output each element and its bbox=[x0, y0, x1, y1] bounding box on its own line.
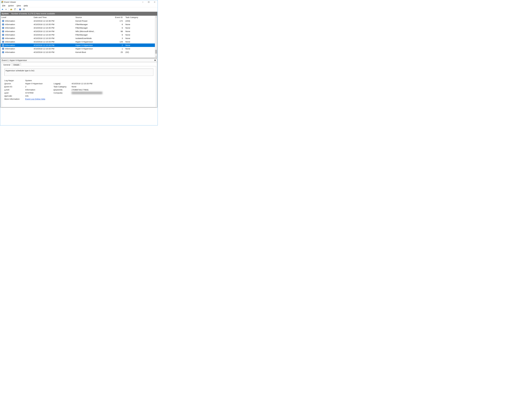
svg-rect-2 bbox=[5, 9, 6, 10]
svg-point-21 bbox=[3, 27, 3, 27]
cell-level: Information bbox=[5, 34, 15, 36]
info-icon bbox=[2, 30, 4, 33]
forward-button[interactable] bbox=[4, 8, 8, 11]
toolbar: ? bbox=[0, 7, 157, 12]
svg-rect-16 bbox=[3, 24, 3, 25]
cell-category: None bbox=[124, 37, 155, 39]
value-keywords: (70368744177664) bbox=[72, 89, 110, 91]
cell-source: FilterManager bbox=[75, 34, 104, 36]
back-button[interactable] bbox=[0, 8, 4, 11]
scroll-track[interactable] bbox=[155, 18, 157, 56]
menu-view-label: iew bbox=[18, 4, 21, 7]
scroll-up-button[interactable] bbox=[155, 16, 157, 18]
table-row[interactable]: Information4/10/2018 12:10:36 PMKernel-P… bbox=[1, 19, 155, 23]
column-header-source[interactable]: Source bbox=[75, 16, 104, 19]
scroll-thumb[interactable] bbox=[155, 50, 157, 54]
cell-date: 4/10/2018 12:10:34 PM bbox=[33, 30, 75, 33]
info-icon bbox=[2, 37, 4, 40]
label-category: Task Category: bbox=[54, 86, 72, 88]
cell-source: Hyper-V-Hypervisor bbox=[75, 47, 104, 50]
cell-category: None bbox=[124, 34, 155, 36]
table-row[interactable]: Information4/10/2018 12:10:35 PMFilterMa… bbox=[1, 26, 155, 30]
event-message: Hypervisor scheduler type is 0x2. bbox=[4, 69, 153, 76]
svg-point-33 bbox=[3, 38, 3, 38]
window-title: Event Viewer bbox=[4, 1, 16, 3]
info-icon bbox=[2, 51, 4, 54]
table-row[interactable]: Information4/10/2018 12:10:33 PMIsolated… bbox=[1, 36, 155, 40]
info-icon bbox=[2, 20, 4, 22]
up-button[interactable] bbox=[9, 8, 13, 11]
info-icon bbox=[2, 27, 4, 29]
cell-level: Information bbox=[5, 27, 15, 29]
cell-date: 4/10/2018 12:10:36 PM bbox=[33, 20, 75, 22]
help-button[interactable]: ? bbox=[18, 8, 22, 11]
value-level: Information bbox=[25, 89, 54, 91]
cell-date: 4/10/2018 12:10:35 PM bbox=[33, 27, 75, 29]
svg-rect-44 bbox=[3, 49, 3, 49]
refresh-view-button[interactable] bbox=[22, 8, 26, 11]
svg-rect-24 bbox=[3, 31, 3, 32]
svg-rect-5 bbox=[14, 9, 16, 9]
svg-rect-48 bbox=[3, 52, 3, 53]
table-row[interactable]: Information4/10/2018 12:10:35 PMFilterMa… bbox=[1, 23, 155, 26]
cell-level: Information bbox=[5, 51, 15, 53]
table-row[interactable]: Information4/10/2018 12:10:34 PMNtfs (Mi… bbox=[1, 30, 155, 33]
value-opcode: Info bbox=[25, 95, 110, 97]
cell-source: Hyper-V-Hypervisor bbox=[75, 41, 104, 43]
table-row[interactable]: Information4/10/2018 12:10:33 PMKernel-B… bbox=[1, 50, 155, 54]
tab-general[interactable]: General bbox=[2, 63, 12, 66]
table-row[interactable]: Information4/10/2018 12:10:33 PMHyper-V-… bbox=[1, 47, 155, 50]
scroll-down-button[interactable] bbox=[155, 56, 157, 58]
svg-point-45 bbox=[3, 48, 3, 48]
events-grid: Level Date and Time Source Event ID Task… bbox=[0, 15, 157, 58]
column-header-eventid[interactable]: Event ID bbox=[104, 16, 124, 19]
column-header-date[interactable]: Date and Time bbox=[33, 16, 75, 19]
table-row[interactable]: Information4/10/2018 12:10:33 PMHyper-V-… bbox=[1, 44, 155, 47]
refresh-view-icon bbox=[23, 8, 25, 11]
minimize-button[interactable] bbox=[140, 0, 146, 4]
cell-category: None bbox=[124, 41, 155, 43]
properties-icon bbox=[14, 8, 16, 11]
cell-date: 4/10/2018 12:10:33 PM bbox=[33, 47, 75, 50]
cell-level: Information bbox=[5, 37, 15, 39]
grid-header: Level Date and Time Source Event ID Task… bbox=[1, 16, 155, 19]
value-source: Hyper-V-Hypervisor bbox=[25, 82, 54, 85]
cell-level: Information bbox=[5, 47, 15, 50]
cell-category: None bbox=[124, 23, 155, 26]
label-moreinfo: More Information: bbox=[4, 98, 25, 100]
cell-eventid: 2 bbox=[104, 44, 124, 47]
detail-close-button[interactable]: ✕ bbox=[154, 59, 156, 62]
menu-view[interactable]: View bbox=[15, 4, 22, 7]
svg-rect-20 bbox=[3, 28, 3, 28]
close-button[interactable] bbox=[152, 0, 157, 4]
properties-button[interactable] bbox=[13, 8, 17, 11]
help-icon: ? bbox=[19, 8, 21, 11]
event-viewer-window: Event Viewer File Action View Help bbox=[0, 0, 158, 125]
cell-source: FilterManager bbox=[75, 23, 104, 26]
column-header-level[interactable]: Level bbox=[1, 16, 33, 19]
column-header-category[interactable]: Task Category bbox=[124, 16, 155, 19]
event-log-online-help-link[interactable]: Event Log Online Help bbox=[25, 98, 45, 100]
menu-file[interactable]: File bbox=[1, 4, 7, 7]
cell-category: (32) bbox=[124, 51, 155, 53]
vertical-scrollbar[interactable] bbox=[155, 16, 157, 58]
cell-source: Ntfs (Microsoft-Wind... bbox=[75, 30, 104, 33]
tab-details[interactable]: Details bbox=[12, 63, 21, 66]
table-row[interactable]: Information4/10/2018 12:10:33 PMHyper-V-… bbox=[1, 40, 155, 44]
cell-level: Information bbox=[5, 41, 15, 43]
event-detail-pane: Event 2, Hyper-V-Hypervisor ✕ General De… bbox=[0, 58, 157, 107]
cell-source: Kernel-Boot bbox=[75, 51, 104, 53]
menu-action[interactable]: Action bbox=[7, 4, 15, 7]
svg-point-29 bbox=[3, 34, 3, 35]
maximize-button[interactable] bbox=[146, 0, 152, 4]
arrow-left-icon bbox=[1, 8, 3, 11]
value-user: SYSTEM bbox=[25, 92, 54, 94]
content-area: System Number of events: 3,179 (!) New e… bbox=[0, 12, 157, 125]
label-logname: Log Name: bbox=[4, 79, 25, 82]
label-source: Source: bbox=[4, 82, 25, 85]
menu-help[interactable]: Help bbox=[22, 4, 29, 7]
svg-rect-28 bbox=[3, 35, 3, 35]
label-keywords: Keywords: bbox=[54, 89, 72, 91]
cell-level: Information bbox=[5, 20, 15, 22]
table-row[interactable]: Information4/10/2018 12:10:34 PMFilterMa… bbox=[1, 33, 155, 36]
